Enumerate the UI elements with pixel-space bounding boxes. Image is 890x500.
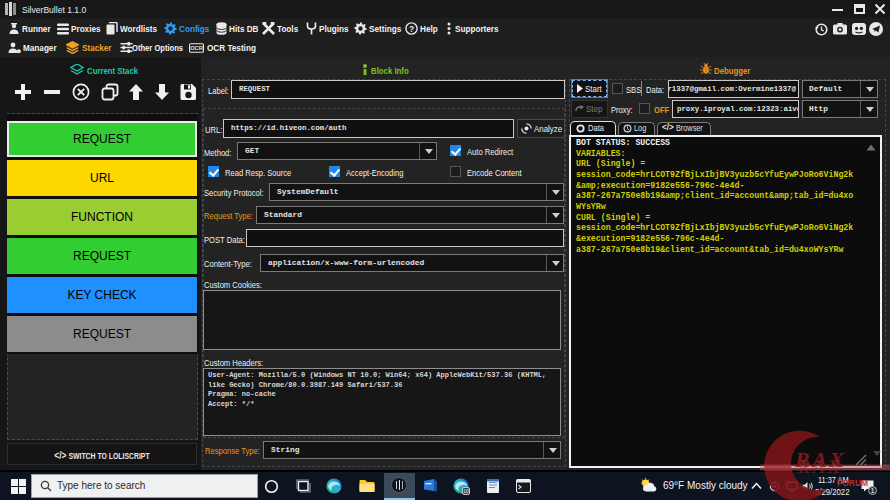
svg-text:FORUM: FORUM	[837, 478, 868, 488]
svg-text:OCR: OCR	[190, 45, 204, 51]
svg-text:?: ?	[409, 24, 414, 34]
svg-text:RAX: RAX	[797, 457, 843, 477]
